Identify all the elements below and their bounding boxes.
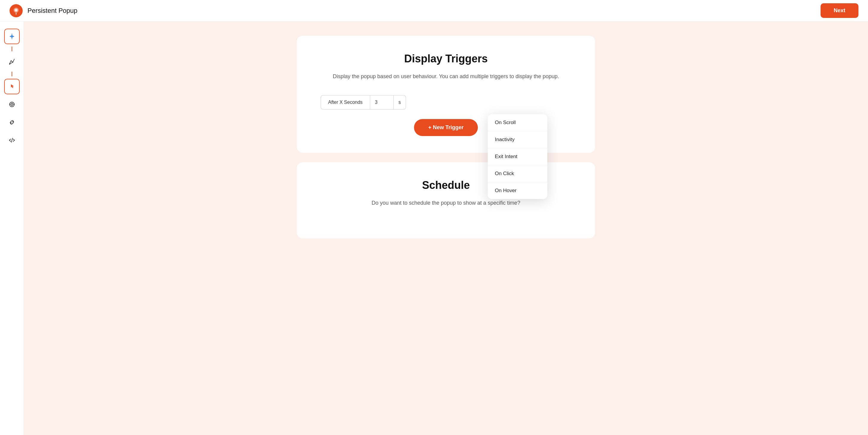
schedule-subtitle: Do you want to schedule the popup to sho… <box>321 199 571 207</box>
sidebar-connector-2 <box>12 72 12 76</box>
next-button[interactable]: Next <box>820 3 859 18</box>
display-triggers-subtitle: Display the popup based on user behaviou… <box>321 72 571 81</box>
svg-point-4 <box>9 64 10 65</box>
dropdown-item-on-click[interactable]: On Click <box>488 165 547 182</box>
header-left: Persistent Popup <box>9 4 78 17</box>
sidebar-item-target[interactable] <box>4 97 20 112</box>
sidebar-item-magic[interactable] <box>4 29 20 44</box>
svg-point-2 <box>15 9 17 11</box>
sidebar <box>0 22 24 435</box>
trigger-row: After X Seconds s On Scroll Inactivity E… <box>321 95 571 110</box>
main-content: Display Triggers Display the popup based… <box>24 22 868 435</box>
display-triggers-title: Display Triggers <box>321 53 571 65</box>
layout: Display Triggers Display the popup based… <box>0 22 868 435</box>
logo <box>9 4 23 17</box>
svg-line-10 <box>11 138 12 142</box>
display-triggers-card: Display Triggers Display the popup based… <box>297 36 595 153</box>
svg-point-7 <box>11 104 12 105</box>
dropdown-item-inactivity[interactable]: Inactivity <box>488 131 547 148</box>
dropdown-item-on-scroll[interactable]: On Scroll <box>488 114 547 131</box>
page-title: Persistent Popup <box>27 7 78 14</box>
new-trigger-button[interactable]: + New Trigger <box>414 119 478 136</box>
trigger-suffix: s <box>394 95 406 110</box>
dropdown-item-exit-intent[interactable]: Exit Intent <box>488 148 547 165</box>
header: Persistent Popup Next <box>0 0 868 22</box>
trigger-input[interactable] <box>370 95 394 110</box>
sidebar-item-interaction[interactable] <box>4 79 20 94</box>
sidebar-item-code[interactable] <box>4 132 20 148</box>
schedule-card: Schedule Do you want to schedule the pop… <box>297 162 595 238</box>
sidebar-item-brush[interactable] <box>4 54 20 69</box>
sidebar-connector-1 <box>12 46 12 51</box>
trigger-dropdown: On Scroll Inactivity Exit Intent On Clic… <box>488 114 547 199</box>
trigger-label: After X Seconds <box>321 95 370 110</box>
dropdown-item-on-hover[interactable]: On Hover <box>488 182 547 199</box>
sidebar-item-link[interactable] <box>4 115 20 130</box>
